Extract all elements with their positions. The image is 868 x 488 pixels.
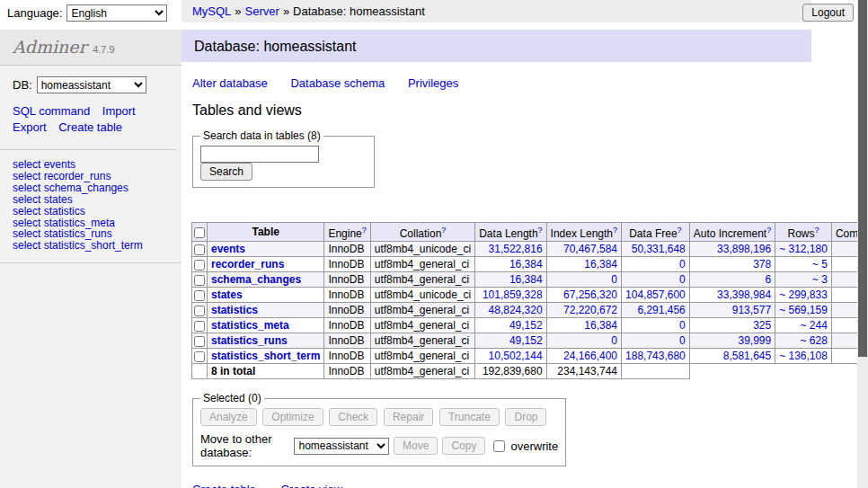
row-checkbox[interactable] [194,290,205,301]
sidebar-create-table-link[interactable]: Create table [58,120,122,134]
auto-increment-link[interactable]: 8,581,645 [723,350,771,362]
auto-increment-link[interactable]: 325 [753,319,771,332]
analyze-button[interactable]: Analyze [200,408,257,426]
table-name-link[interactable]: states [211,288,243,301]
overwrite-label[interactable]: overwrite [490,438,558,455]
scrollbar[interactable] [857,0,868,488]
help-icon[interactable]: ? [815,226,819,235]
auto-increment-link[interactable]: 378 [753,258,771,271]
sidebar-item-select-statistics[interactable]: select statistics [13,206,169,217]
row-checkbox[interactable] [194,351,205,362]
select-all-checkbox[interactable] [194,227,205,238]
sidebar-export-link[interactable]: Export [13,120,47,134]
data-free-link[interactable]: 0 [679,273,686,286]
search-input[interactable] [200,146,319,163]
database-schema-link[interactable]: Database schema [290,76,385,90]
table-name-link[interactable]: statistics [211,304,258,316]
rows-count-link[interactable]: ~ 569,159 [779,304,828,316]
data-free-link[interactable]: 188,743,680 [625,350,686,362]
breadcrumb-server-link[interactable]: Server [245,4,279,18]
index-length-link[interactable]: 16,384 [584,319,617,332]
rows-count-link[interactable]: ~ 244 [801,319,828,332]
language-select[interactable]: English [66,4,167,22]
index-length-link[interactable]: 16,384 [584,258,617,271]
data-length-link[interactable]: 101,859,328 [483,288,543,301]
rows-count-link[interactable]: ~ 3 [812,273,828,286]
table-name-link[interactable]: statistics_runs [211,334,288,347]
data-free-link[interactable]: 0 [679,319,686,332]
breadcrumb-mysql-link[interactable]: MySQL [192,4,231,18]
data-length-link[interactable]: 16,384 [509,273,543,286]
sidebar-item-select-states[interactable]: select states [13,194,169,206]
row-checkbox[interactable] [194,306,205,316]
optimize-button[interactable]: Optimize [262,408,323,426]
help-icon[interactable]: ? [678,226,682,235]
copy-button[interactable]: Copy [442,437,485,455]
data-length-link[interactable]: 10,502,144 [489,350,543,362]
row-checkbox[interactable] [194,321,205,332]
sidebar-import-link[interactable]: Import [102,104,136,118]
table-name-link[interactable]: statistics_short_term [211,350,320,362]
data-length-link[interactable]: 16,384 [509,258,543,271]
db-select[interactable]: homeassistant [37,76,146,93]
auto-increment-link[interactable]: 913,577 [732,304,771,316]
data-length-link[interactable]: 49,152 [509,319,543,332]
help-icon[interactable]: ? [538,226,543,235]
sidebar-item-select-schema-changes[interactable]: select schema_changes [13,182,169,194]
help-icon[interactable]: ? [441,226,446,235]
auto-increment-link[interactable]: 33,398,984 [717,288,771,301]
sidebar-item-select-statistics-short-term[interactable]: select statistics_short_term [13,240,169,252]
repair-button[interactable]: Repair [384,408,433,426]
index-length-link[interactable]: 24,166,400 [563,350,617,362]
data-length-link[interactable]: 48,824,320 [489,304,543,316]
row-checkbox[interactable] [194,260,205,271]
rows-count-link[interactable]: ~ 5 [812,258,828,271]
auto-increment-link[interactable]: 6 [765,273,771,286]
data-free-link[interactable]: 104,857,600 [625,288,686,301]
create-view-link[interactable]: Create view [280,483,342,488]
data-free-link[interactable]: 50,331,648 [632,243,686,255]
table-name-link[interactable]: recorder_runs [211,258,284,271]
logout-button[interactable]: Logout [802,4,854,22]
table-name-link[interactable]: schema_changes [211,273,301,286]
help-icon[interactable]: ? [362,226,367,235]
sidebar-sql-command-link[interactable]: SQL command [13,104,90,118]
rows-count-link[interactable]: ~ 628 [801,334,828,347]
truncate-button[interactable]: Truncate [439,408,500,426]
data-length-link[interactable]: 49,152 [509,334,543,347]
data-free-link[interactable]: 0 [679,258,686,271]
privileges-link[interactable]: Privileges [408,76,458,90]
table-row: events InnoDB utf8mb4_unicode_ci 31,522,… [192,242,858,257]
index-length-link[interactable]: 0 [611,334,617,347]
index-length-link[interactable]: 72,220,672 [563,304,617,316]
rows-count-link[interactable]: ~ 299,833 [779,288,828,301]
auto-increment-link[interactable]: 39,999 [738,334,771,347]
index-length-link[interactable]: 70,467,584 [563,243,617,255]
sidebar-item-select-recorder-runs[interactable]: select recorder_runs [13,171,169,182]
data-free-link[interactable]: 6,291,456 [637,304,685,316]
rows-count-link[interactable]: ~ 136,108 [779,350,828,362]
auto-increment-link[interactable]: 33,898,196 [717,243,771,255]
data-free-link[interactable]: 0 [679,334,686,347]
data-length-link[interactable]: 31,522,816 [489,243,543,255]
sidebar-item-select-events[interactable]: select events [13,159,169,171]
create-table-link[interactable]: Create table [192,483,256,488]
table-name-link[interactable]: events [211,243,245,255]
help-icon[interactable]: ? [613,226,617,235]
alter-database-link[interactable]: Alter database [192,76,268,90]
index-length-link[interactable]: 67,256,320 [563,288,617,301]
row-checkbox[interactable] [194,336,205,347]
drop-button[interactable]: Drop [505,408,546,426]
check-button[interactable]: Check [329,408,377,426]
row-checkbox[interactable] [194,244,205,255]
move-button[interactable]: Move [394,437,438,455]
overwrite-checkbox[interactable] [493,440,505,452]
rows-count-link[interactable]: ~ 312,180 [779,243,828,255]
scrollbar-thumb[interactable] [858,0,867,357]
search-button[interactable]: Search [200,163,252,181]
help-icon[interactable]: ? [766,226,771,235]
row-checkbox[interactable] [194,275,205,286]
index-length-link[interactable]: 0 [611,273,617,286]
table-name-link[interactable]: statistics_meta [211,319,289,332]
move-database-select[interactable]: homeassistant [294,438,389,455]
